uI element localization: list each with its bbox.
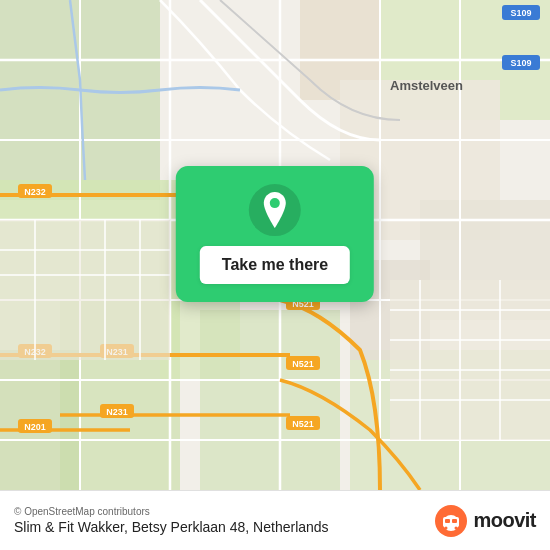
svg-rect-69: [445, 519, 450, 523]
location-pin-icon: [260, 192, 290, 228]
location-name: Slim & Fit Wakker, Betsy Perklaan 48, Ne…: [14, 519, 423, 535]
svg-rect-70: [452, 519, 457, 523]
svg-point-71: [445, 526, 448, 529]
moovit-logo: moovit: [433, 503, 536, 539]
svg-text:N231: N231: [106, 407, 128, 417]
svg-text:N232: N232: [24, 187, 46, 197]
take-me-there-button[interactable]: Take me there: [200, 246, 350, 284]
moovit-brand-text: moovit: [473, 509, 536, 532]
moovit-logo-icon: [433, 503, 469, 539]
svg-text:S109: S109: [510, 8, 531, 18]
svg-rect-50: [390, 280, 550, 440]
map-container: N232 N232 N521 N521 N521 N231 N231 N201 …: [0, 0, 550, 490]
svg-text:Amstelveen: Amstelveen: [390, 78, 463, 93]
svg-rect-58: [0, 220, 170, 360]
svg-rect-5: [200, 310, 340, 490]
svg-text:N521: N521: [292, 419, 314, 429]
copyright-text: © OpenStreetMap contributors: [14, 506, 423, 517]
svg-text:S109: S109: [510, 58, 531, 68]
bottom-bar: © OpenStreetMap contributors Slim & Fit …: [0, 490, 550, 550]
pin-icon-container: [249, 184, 301, 236]
svg-text:N201: N201: [24, 422, 46, 432]
svg-point-72: [455, 526, 458, 529]
svg-point-64: [270, 198, 280, 208]
svg-text:N521: N521: [292, 359, 314, 369]
navigation-card: Take me there: [176, 166, 374, 302]
